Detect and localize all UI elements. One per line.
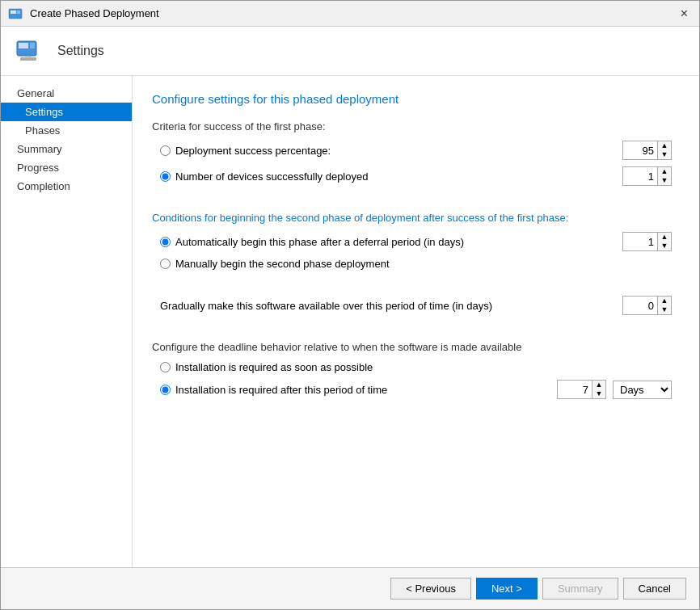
footer: < Previous Next > Summary Cancel (1, 567, 699, 609)
installation-period-row: Installation is required after this peri… (152, 380, 680, 399)
manually-begin-row: Manually begin the second phase deployme… (152, 258, 680, 270)
title-bar-left: Create Phased Deployment (7, 6, 159, 22)
sidebar-item-general[interactable]: General (1, 84, 132, 103)
window-icon (7, 6, 23, 22)
conditions-label: Conditions for beginning the second phas… (152, 212, 680, 224)
manually-begin-radio[interactable] (160, 259, 171, 269)
manually-begin-label: Manually begin the second phase deployme… (175, 258, 390, 270)
svg-rect-1 (11, 11, 16, 14)
cancel-button[interactable]: Cancel (623, 578, 686, 599)
auto-begin-label: Automatically begin this phase after a d… (175, 236, 464, 248)
next-button[interactable]: Next > (476, 578, 538, 599)
sidebar: General Settings Phases Summary Progress… (1, 76, 133, 567)
close-button[interactable]: × (676, 5, 693, 23)
gradually-row: Gradually make this software available o… (152, 296, 680, 315)
criteria-section: Criteria for success of the first phase:… (152, 120, 680, 186)
section-title: Configure settings for this phased deplo… (152, 92, 680, 106)
window-title: Create Phased Deployment (30, 7, 159, 19)
installation-period-radio[interactable] (160, 385, 171, 395)
auto-begin-row: Automatically begin this phase after a d… (152, 232, 680, 251)
gradually-down[interactable]: ▼ (658, 305, 671, 314)
deployment-success-up[interactable]: ▲ (658, 141, 671, 150)
deadline-label: Configure the deadline behavior relative… (152, 341, 680, 353)
gradually-label: Gradually make this software available o… (160, 300, 492, 312)
installation-period-label: Installation is required after this peri… (175, 384, 387, 396)
main-content: Configure settings for this phased deplo… (133, 76, 699, 567)
svg-rect-5 (30, 43, 35, 48)
sidebar-item-phases[interactable]: Phases (1, 121, 132, 140)
installation-period-spinner: 7 ▲ ▼ (557, 380, 606, 399)
devices-deployed-spinner: 1 ▲ ▼ (622, 166, 672, 186)
period-unit-select[interactable]: Days Weeks Months (613, 381, 672, 399)
installation-period-up[interactable]: ▲ (592, 381, 605, 389)
devices-deployed-radio[interactable] (160, 171, 171, 182)
gradually-spinner: 0 ▲ ▼ (622, 296, 672, 315)
auto-begin-value[interactable]: 1 (623, 234, 657, 250)
sidebar-item-completion[interactable]: Completion (1, 177, 132, 196)
auto-begin-up[interactable]: ▲ (658, 233, 671, 242)
deployment-success-spinner: 95 ▲ ▼ (622, 141, 672, 160)
criteria-label: Criteria for success of the first phase: (152, 120, 680, 133)
gradually-up[interactable]: ▲ (658, 297, 671, 305)
deployment-success-down[interactable]: ▼ (658, 150, 671, 159)
devices-deployed-row: Number of devices successfully deployed … (152, 166, 680, 186)
devices-deployed-value[interactable]: 1 (623, 169, 657, 184)
devices-deployed-up[interactable]: ▲ (658, 167, 671, 176)
devices-deployed-label: Number of devices successfully deployed (175, 170, 368, 183)
installation-period-down[interactable]: ▼ (592, 389, 605, 398)
auto-begin-radio[interactable] (160, 237, 171, 247)
main-window: Create Phased Deployment × Settings Gene… (0, 0, 700, 610)
conditions-section: Conditions for beginning the second phas… (152, 212, 680, 270)
header-icon (14, 35, 46, 67)
header-bar: Settings (1, 27, 699, 76)
body: General Settings Phases Summary Progress… (1, 76, 699, 567)
installation-period-value[interactable]: 7 (558, 382, 592, 398)
installation-asap-row: Installation is required as soon as poss… (152, 361, 680, 373)
summary-button[interactable]: Summary (542, 578, 618, 599)
deployment-success-value[interactable]: 95 (623, 143, 657, 158)
title-bar: Create Phased Deployment × (1, 1, 699, 27)
auto-begin-spinner: 1 ▲ ▼ (622, 232, 672, 251)
sidebar-item-settings[interactable]: Settings (1, 103, 132, 121)
deployment-success-row: Deployment success percentage: 95 ▲ ▼ (152, 141, 680, 160)
svg-rect-2 (17, 11, 20, 14)
gradually-value[interactable]: 0 (623, 298, 657, 313)
installation-asap-label: Installation is required as soon as poss… (175, 361, 373, 373)
deadline-section: Configure the deadline behavior relative… (152, 341, 680, 399)
previous-button[interactable]: < Previous (390, 578, 471, 599)
devices-deployed-down[interactable]: ▼ (658, 176, 671, 185)
auto-begin-down[interactable]: ▼ (658, 242, 671, 250)
installation-asap-radio[interactable] (160, 362, 171, 372)
svg-rect-4 (19, 43, 28, 48)
deployment-success-radio[interactable] (160, 145, 171, 156)
gradually-section: Gradually make this software available o… (152, 296, 680, 315)
sidebar-item-progress[interactable]: Progress (1, 158, 132, 177)
deployment-success-label: Deployment success percentage: (175, 145, 331, 157)
sidebar-item-summary[interactable]: Summary (1, 140, 132, 158)
svg-rect-7 (25, 56, 32, 58)
header-title: Settings (57, 44, 104, 58)
